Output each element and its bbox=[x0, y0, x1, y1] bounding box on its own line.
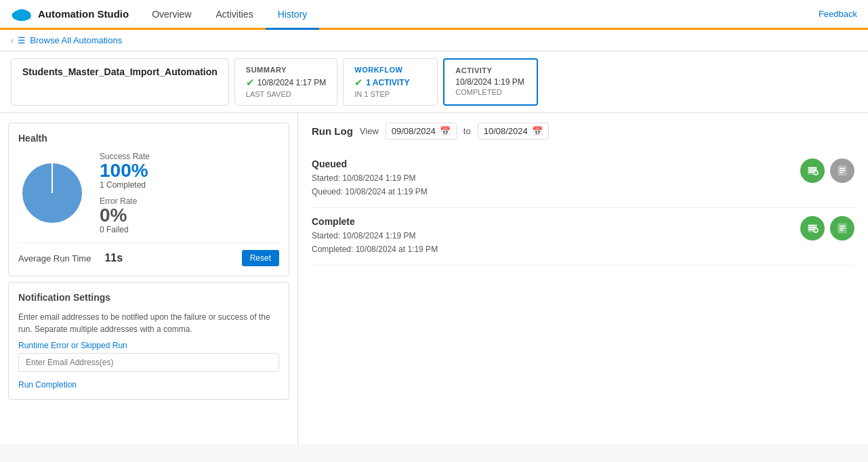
notification-section: Notification Settings Enter email addres… bbox=[8, 282, 289, 400]
entry-detail-complete-started: Started: 10/08/2024 1:19 PM bbox=[312, 229, 800, 243]
activity-title: ACTIVITY bbox=[455, 66, 526, 75]
queued-action-btn-1[interactable] bbox=[800, 159, 825, 183]
info-card-activity: ACTIVITY 10/8/2024 1:19 PM COMPLETED bbox=[443, 58, 538, 106]
avg-run-time-row: Average Run Time 11s Reset bbox=[18, 243, 279, 266]
svg-rect-16 bbox=[840, 172, 843, 173]
run-log-entry-complete: Complete Started: 10/08/2024 1:19 PM Com… bbox=[312, 208, 854, 266]
main-content: Health Success Rate 100% 1 Completed bbox=[0, 113, 868, 444]
tab-activities[interactable]: Activities bbox=[204, 0, 266, 30]
health-section: Health Success Rate 100% 1 Completed bbox=[8, 123, 289, 276]
run-icon bbox=[806, 165, 819, 177]
svg-rect-18 bbox=[808, 225, 817, 226]
svg-rect-24 bbox=[840, 226, 845, 227]
list-icon: ☰ bbox=[18, 35, 26, 45]
info-card-name: Students_Master_Data_Import_Automation bbox=[11, 58, 229, 106]
svg-rect-10 bbox=[808, 171, 814, 173]
notification-title: Notification Settings bbox=[18, 292, 279, 303]
health-stats: Success Rate 100% 1 Completed Error Rate… bbox=[100, 152, 150, 234]
log-icon-2 bbox=[836, 222, 848, 234]
svg-rect-25 bbox=[840, 228, 845, 229]
svg-rect-15 bbox=[840, 170, 845, 171]
breadcrumb-link[interactable]: Browse All Automations bbox=[30, 35, 122, 45]
svg-rect-20 bbox=[808, 229, 814, 230]
check-icon-summary: ✔ bbox=[246, 77, 255, 89]
svg-rect-26 bbox=[840, 230, 843, 231]
breadcrumb-arrow: ‹ bbox=[11, 35, 14, 45]
entry-info-queued: Queued Started: 10/08/2024 1:19 PM Queue… bbox=[312, 159, 800, 199]
runtime-label: Runtime Error or Skipped Run bbox=[18, 341, 279, 350]
health-title: Health bbox=[18, 133, 279, 144]
run-log-entry-queued: Queued Started: 10/08/2024 1:19 PM Queue… bbox=[312, 150, 854, 208]
breadcrumb: ‹ ☰ Browse All Automations bbox=[0, 30, 868, 51]
run-icon-2 bbox=[806, 222, 819, 234]
success-rate-block: Success Rate 100% 1 Completed bbox=[100, 152, 150, 190]
info-card-workflow: WORKFLOW ✔ 1 ACTIVITY IN 1 STEP bbox=[343, 58, 438, 106]
date-to-picker[interactable]: 10/08/2024 📅 bbox=[478, 123, 549, 140]
nav-tabs: Overview Activities History bbox=[140, 0, 808, 28]
pie-chart bbox=[18, 159, 86, 227]
avg-run-time-value: 11s bbox=[104, 252, 123, 264]
brand-label: Automation Studio bbox=[38, 8, 129, 20]
workflow-step: IN 1 STEP bbox=[354, 90, 426, 98]
runtime-email-input[interactable] bbox=[18, 353, 279, 372]
entry-detail-queued-time: Queued: 10/08/2024 at 1:19 PM bbox=[312, 185, 800, 198]
automation-name: Students_Master_Data_Import_Automation bbox=[22, 66, 218, 78]
entry-status-complete: Complete bbox=[312, 216, 800, 227]
info-cards-row: Students_Master_Data_Import_Automation S… bbox=[0, 51, 868, 113]
feedback-link[interactable]: Feedback bbox=[808, 0, 868, 28]
workflow-title: WORKFLOW bbox=[354, 66, 426, 74]
svg-rect-14 bbox=[840, 168, 845, 169]
complete-action-btn-2[interactable] bbox=[830, 216, 854, 240]
entry-detail-queued-started: Started: 10/08/2024 1:19 PM bbox=[312, 171, 800, 185]
summary-date: 10/8/2024 1:17 PM bbox=[257, 78, 326, 87]
brand: Automation Studio bbox=[0, 0, 140, 28]
workflow-activity: 1 ACTIVITY bbox=[366, 78, 409, 87]
svg-point-4 bbox=[14, 9, 30, 19]
date-from-picker[interactable]: 09/08/2024 📅 bbox=[386, 123, 457, 140]
log-icon bbox=[836, 165, 848, 177]
error-rate-value: 0% bbox=[100, 206, 150, 225]
entry-info-complete: Complete Started: 10/08/2024 1:19 PM Com… bbox=[312, 216, 800, 257]
run-log-entries: Queued Started: 10/08/2024 1:19 PM Queue… bbox=[312, 150, 854, 266]
svg-rect-8 bbox=[808, 167, 817, 169]
to-label: to bbox=[463, 126, 471, 136]
run-completion-label: Run Completion bbox=[18, 380, 279, 390]
entry-detail-complete-time: Completed: 10/08/2024 at 1:19 PM bbox=[312, 243, 800, 256]
info-card-summary: SUMMARY ✔ 10/8/2024 1:17 PM LAST SAVED bbox=[234, 58, 337, 106]
entry-actions-complete bbox=[800, 216, 854, 240]
complete-action-btn-1[interactable] bbox=[800, 216, 825, 240]
summary-sub: LAST SAVED bbox=[246, 90, 326, 98]
completed-label: 1 Completed bbox=[100, 180, 150, 190]
run-log-header: Run Log View 09/08/2024 📅 to 10/08/2024 … bbox=[312, 123, 854, 140]
view-label: View bbox=[360, 126, 379, 136]
right-panel: Run Log View 09/08/2024 📅 to 10/08/2024 … bbox=[298, 113, 868, 444]
salesforce-logo bbox=[11, 7, 33, 21]
run-log-title: Run Log bbox=[312, 125, 353, 137]
queued-action-btn-2[interactable] bbox=[830, 159, 854, 183]
entry-status-queued: Queued bbox=[312, 159, 800, 169]
reset-button[interactable]: Reset bbox=[242, 250, 279, 266]
entry-actions-queued bbox=[800, 159, 854, 183]
success-rate-value: 100% bbox=[100, 161, 150, 180]
error-rate-block: Error Rate 0% 0 Failed bbox=[100, 196, 150, 234]
date-to-value: 10/08/2024 bbox=[484, 126, 528, 136]
left-panel: Health Success Rate 100% 1 Completed bbox=[0, 113, 298, 444]
activity-sub: COMPLETED bbox=[455, 88, 526, 96]
summary-title: SUMMARY bbox=[246, 66, 326, 74]
calendar-icon-from: 📅 bbox=[440, 126, 451, 136]
avg-run-time-label: Average Run Time bbox=[18, 253, 91, 264]
notification-desc: Enter email addresses to be notified upo… bbox=[18, 311, 279, 335]
tab-overview[interactable]: Overview bbox=[140, 0, 203, 30]
failed-label: 0 Failed bbox=[100, 225, 150, 234]
top-nav: Automation Studio Overview Activities Hi… bbox=[0, 0, 868, 30]
tab-history[interactable]: History bbox=[266, 0, 320, 30]
health-content: Success Rate 100% 1 Completed Error Rate… bbox=[18, 152, 279, 234]
check-icon-workflow: ✔ bbox=[354, 77, 363, 89]
activity-date: 10/8/2024 1:19 PM bbox=[455, 77, 526, 87]
calendar-icon-to: 📅 bbox=[532, 126, 543, 136]
date-from-value: 09/08/2024 bbox=[392, 126, 436, 136]
